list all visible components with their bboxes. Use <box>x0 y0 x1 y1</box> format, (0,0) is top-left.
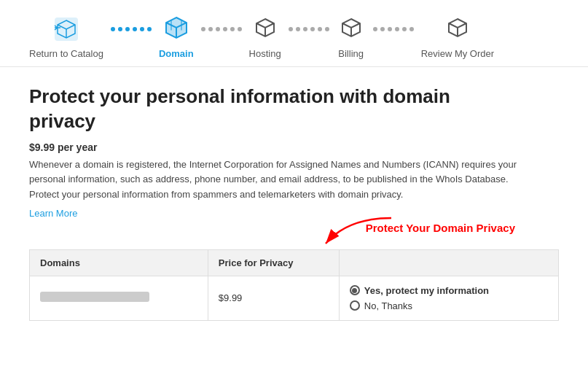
review-icon <box>443 15 472 44</box>
privacy-options: Yes, protect my information No, Thanks <box>350 285 548 311</box>
billing-icon <box>337 15 366 44</box>
billing-label: Billing <box>338 48 364 59</box>
return-catalog-label: Return to Catalog <box>29 48 103 59</box>
page-title: Protect your personal information with d… <box>29 85 466 134</box>
domain-price: $9.99 <box>219 292 243 303</box>
radio-yes-circle <box>350 285 360 295</box>
dots-2 <box>194 27 249 47</box>
price-cell: $9.99 <box>208 276 339 320</box>
hosting-label: Hosting <box>249 48 281 59</box>
option-yes[interactable]: Yes, protect my information <box>350 285 548 296</box>
dots-3 <box>281 27 337 47</box>
review-label: Review My Order <box>421 48 494 59</box>
learn-more-link[interactable]: Learn More <box>29 208 77 219</box>
option-yes-label: Yes, protect my information <box>364 285 489 296</box>
dots-1 <box>103 27 159 47</box>
domain-label: Domain <box>159 48 194 59</box>
wizard-step-domain[interactable]: Domain <box>159 15 194 59</box>
wizard-steps: Return to Catalog Domain <box>0 0 588 67</box>
wizard-step-hosting[interactable]: Hosting <box>249 15 281 59</box>
price-line: $9.99 per year <box>29 141 559 153</box>
option-no-label: No, Thanks <box>364 300 412 311</box>
col-price: Price for Privacy <box>208 249 339 276</box>
options-cell: Yes, protect my information No, Thanks <box>339 276 558 320</box>
col-domains: Domains <box>30 249 208 276</box>
option-no[interactable]: No, Thanks <box>350 300 548 311</box>
wizard-step-return-catalog[interactable]: Return to Catalog <box>29 15 103 59</box>
hosting-icon <box>251 15 280 44</box>
privacy-table: Domains Price for Privacy $9.99 Yes, pro <box>29 249 559 321</box>
domain-icon <box>162 15 191 44</box>
dots-4 <box>366 27 421 47</box>
annotation-label: Protect Your Domain Privacy <box>366 222 515 234</box>
table-row: $9.99 Yes, protect my information No, Th… <box>30 276 559 320</box>
description-text: Whenever a domain is registered, the Int… <box>29 158 525 203</box>
annotation-area: Protect Your Domain Privacy <box>29 222 559 244</box>
domain-cell <box>30 276 208 320</box>
wizard-step-billing[interactable]: Billing <box>337 15 366 59</box>
col-options <box>339 249 558 276</box>
main-content: Protect your personal information with d… <box>0 67 588 335</box>
radio-no-circle <box>350 300 360 311</box>
return-catalog-icon <box>52 15 81 44</box>
wizard-step-review[interactable]: Review My Order <box>421 15 494 59</box>
domain-blurred <box>40 292 149 302</box>
